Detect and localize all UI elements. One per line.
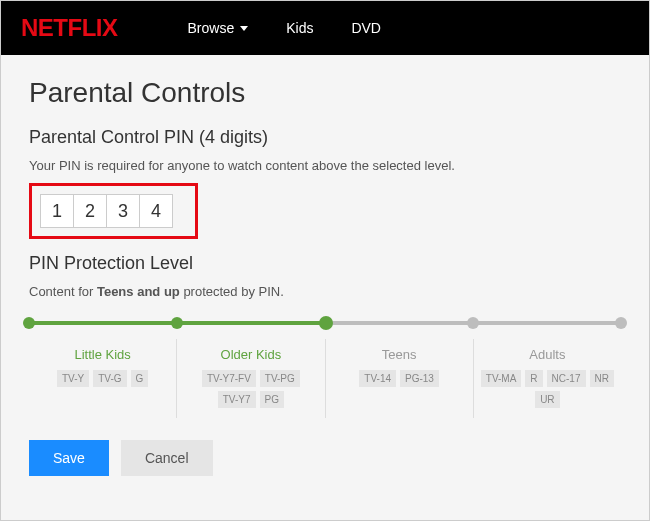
- level-label: Teens: [332, 347, 467, 362]
- ratings-group: TV-MARNC-17NRUR: [480, 370, 615, 408]
- level-teens[interactable]: TeensTV-14PG-13: [326, 339, 474, 418]
- top-navbar: NETFLIX Browse Kids DVD: [1, 1, 649, 55]
- ratings-group: TV-YTV-GG: [35, 370, 170, 387]
- rating-tag: TV-Y7-FV: [202, 370, 256, 387]
- rating-tag: NR: [590, 370, 614, 387]
- protection-summary: Content for Teens and up protected by PI…: [29, 284, 621, 299]
- protection-level-name: Teens and up: [97, 284, 180, 299]
- rating-tag: NC-17: [547, 370, 586, 387]
- slider-stop-1[interactable]: [171, 317, 183, 329]
- pin-section-heading: Parental Control PIN (4 digits): [29, 127, 621, 148]
- netflix-logo: NETFLIX: [21, 14, 118, 42]
- nav-kids[interactable]: Kids: [286, 20, 313, 36]
- slider-stop-4[interactable]: [615, 317, 627, 329]
- rating-tag: TV-Y: [57, 370, 89, 387]
- page-title: Parental Controls: [29, 77, 621, 109]
- rating-tag: PG: [260, 391, 284, 408]
- rating-tag: TV-MA: [481, 370, 522, 387]
- rating-tag: G: [131, 370, 149, 387]
- protection-suffix: protected by PIN.: [180, 284, 284, 299]
- chevron-down-icon: [240, 26, 248, 31]
- nav-links: Browse Kids DVD: [188, 20, 381, 36]
- rating-tag: TV-14: [359, 370, 396, 387]
- rating-tag: PG-13: [400, 370, 439, 387]
- rating-tag: R: [525, 370, 542, 387]
- pin-digit-3[interactable]: 3: [106, 194, 140, 228]
- nav-browse-label: Browse: [188, 20, 235, 36]
- ratings-group: TV-14PG-13: [332, 370, 467, 387]
- rating-tag: TV-PG: [260, 370, 300, 387]
- level-label: Adults: [480, 347, 615, 362]
- rating-tag: TV-G: [93, 370, 126, 387]
- level-label: Little Kids: [35, 347, 170, 362]
- pin-digit-1[interactable]: 1: [40, 194, 74, 228]
- pin-digit-4[interactable]: 4: [139, 194, 173, 228]
- protection-slider[interactable]: [29, 317, 621, 329]
- levels-row: Little KidsTV-YTV-GGOlder KidsTV-Y7-FVTV…: [29, 339, 621, 418]
- level-little-kids[interactable]: Little KidsTV-YTV-GG: [29, 339, 177, 418]
- level-label: Older Kids: [183, 347, 318, 362]
- save-button[interactable]: Save: [29, 440, 109, 476]
- level-adults[interactable]: AdultsTV-MARNC-17NRUR: [474, 339, 621, 418]
- slider-stop-2[interactable]: [319, 316, 333, 330]
- level-section-heading: PIN Protection Level: [29, 253, 621, 274]
- rating-tag: TV-Y7: [218, 391, 256, 408]
- cancel-button[interactable]: Cancel: [121, 440, 213, 476]
- pin-digit-2[interactable]: 2: [73, 194, 107, 228]
- nav-dvd[interactable]: DVD: [351, 20, 381, 36]
- nav-browse[interactable]: Browse: [188, 20, 249, 36]
- rating-tag: UR: [535, 391, 559, 408]
- level-older-kids[interactable]: Older KidsTV-Y7-FVTV-PGTV-Y7PG: [177, 339, 325, 418]
- slider-stop-3[interactable]: [467, 317, 479, 329]
- ratings-group: TV-Y7-FVTV-PGTV-Y7PG: [183, 370, 318, 408]
- main-content: Parental Controls Parental Control PIN (…: [1, 55, 649, 476]
- action-buttons: Save Cancel: [29, 440, 621, 476]
- pin-input-group: 1 2 3 4: [29, 183, 198, 239]
- pin-helper-text: Your PIN is required for anyone to watch…: [29, 158, 621, 173]
- slider-stop-0[interactable]: [23, 317, 35, 329]
- protection-prefix: Content for: [29, 284, 97, 299]
